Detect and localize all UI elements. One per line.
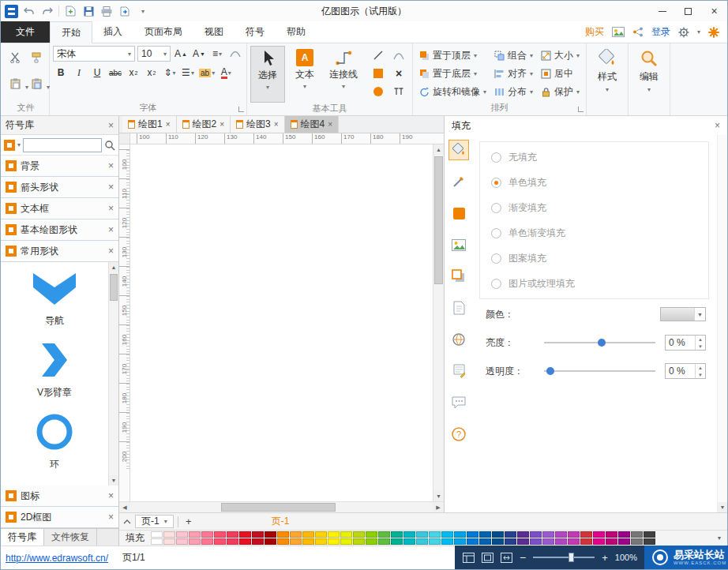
color-dropdown[interactable]: ▼ bbox=[660, 307, 706, 321]
fill-panel-scrollbar[interactable]: ▼ bbox=[717, 135, 727, 512]
close-section-icon[interactable]: × bbox=[108, 161, 114, 171]
doc-tab-3[interactable]: 绘图4× bbox=[285, 116, 340, 133]
color-swatch[interactable] bbox=[252, 538, 264, 545]
symbol-section-4[interactable]: 常用形状× bbox=[1, 241, 118, 262]
brightness-slider[interactable] bbox=[544, 342, 655, 343]
scroll-up-icon[interactable]: ▲ bbox=[433, 144, 444, 155]
radio-icon[interactable] bbox=[491, 279, 501, 289]
undo-icon[interactable] bbox=[22, 4, 36, 18]
comment-tool-icon[interactable] bbox=[448, 392, 469, 413]
color-swatch[interactable] bbox=[353, 531, 365, 538]
close-section-icon[interactable]: × bbox=[108, 246, 114, 256]
brightness-spinner[interactable]: 0 % ▲▼ bbox=[665, 335, 706, 351]
edit-dropdown-arrow-icon[interactable]: ▾ bbox=[647, 86, 651, 93]
scroll-down-icon[interactable]: ▼ bbox=[718, 502, 727, 512]
dialog-launcher-icon[interactable] bbox=[238, 107, 244, 112]
color-swatch[interactable] bbox=[378, 531, 390, 538]
color-swatch[interactable] bbox=[416, 531, 428, 538]
spin-up-icon[interactable]: ▲ bbox=[696, 364, 705, 371]
ribbon-tab-0[interactable]: 开始 bbox=[50, 21, 92, 43]
transparency-spinner[interactable]: 0 % ▲▼ bbox=[665, 363, 706, 379]
color-swatch[interactable] bbox=[454, 538, 466, 545]
print-icon[interactable] bbox=[99, 4, 114, 18]
panel-tab-1[interactable]: 文件恢复 bbox=[44, 529, 97, 546]
search-icon[interactable] bbox=[104, 140, 115, 151]
dropdown-arrow-icon[interactable]: ▾ bbox=[474, 52, 477, 59]
close-tab-icon[interactable]: × bbox=[166, 120, 171, 129]
color-swatch[interactable] bbox=[189, 538, 201, 545]
color-swatch[interactable] bbox=[606, 538, 617, 545]
help-icon[interactable]: ? bbox=[448, 424, 469, 444]
distribute-button[interactable]: 分布▾ bbox=[494, 83, 533, 101]
note-tool-icon[interactable] bbox=[448, 361, 469, 381]
symbol-section-1[interactable]: 箭头形状× bbox=[1, 177, 118, 198]
connector-tool-button[interactable]: 连接线 ▾ bbox=[325, 46, 362, 103]
scroll-left-icon[interactable]: ◀ bbox=[119, 502, 130, 512]
ribbon-tab-5[interactable]: 帮助 bbox=[276, 21, 317, 43]
library-menu-arrow-icon[interactable]: ▾ bbox=[17, 141, 21, 148]
color-swatch[interactable] bbox=[252, 531, 264, 538]
settings-dropdown-arrow-icon[interactable]: ▾ bbox=[697, 28, 700, 36]
color-swatch[interactable] bbox=[366, 538, 377, 545]
color-swatch[interactable] bbox=[302, 531, 314, 538]
hyperlink-tool-icon[interactable] bbox=[448, 329, 469, 350]
fill-option-4[interactable]: 图案填充 bbox=[480, 246, 708, 271]
color-swatch[interactable] bbox=[290, 531, 302, 538]
color-swatch[interactable] bbox=[176, 538, 188, 545]
color-swatch[interactable] bbox=[618, 538, 630, 545]
align-button[interactable]: 对齐▾ bbox=[494, 65, 533, 83]
color-swatch[interactable] bbox=[467, 531, 478, 538]
close-section-icon[interactable]: × bbox=[108, 491, 114, 501]
send-to-back-button[interactable]: 置于底层▾ bbox=[419, 65, 486, 83]
text-highlight-icon[interactable]: ab▾ bbox=[198, 65, 216, 81]
color-swatch[interactable] bbox=[505, 531, 516, 538]
size-button[interactable]: 大小▾ bbox=[541, 47, 580, 65]
close-tab-icon[interactable]: × bbox=[220, 120, 224, 129]
shadow-tool-icon[interactable] bbox=[448, 266, 469, 287]
dropdown-arrow-icon[interactable]: ▾ bbox=[530, 88, 533, 96]
color-swatch[interactable] bbox=[277, 531, 289, 538]
arc-tool-icon[interactable] bbox=[390, 47, 407, 64]
text-dropdown-arrow-icon[interactable]: ▾ bbox=[303, 83, 306, 90]
shape-item-navigation[interactable]: 导航 bbox=[30, 270, 79, 328]
line-style-tool-icon[interactable] bbox=[448, 171, 469, 192]
rotate-mirror-button[interactable]: 旋转和镜像▾ bbox=[419, 83, 486, 101]
color-swatch[interactable] bbox=[542, 531, 554, 538]
color-swatch[interactable] bbox=[176, 531, 188, 538]
font-family-arrow-icon[interactable]: ▾ bbox=[128, 51, 131, 58]
color-swatch[interactable] bbox=[542, 538, 554, 545]
color-swatch[interactable] bbox=[580, 538, 592, 545]
symbol-section-0[interactable]: 背景× bbox=[1, 156, 118, 177]
fit-window-icon[interactable] bbox=[501, 553, 512, 563]
file-menu-button[interactable]: 文件 bbox=[1, 21, 50, 43]
color-swatch[interactable] bbox=[568, 538, 580, 545]
color-swatch[interactable] bbox=[151, 538, 163, 545]
close-button[interactable]: × bbox=[701, 1, 727, 21]
color-swatch[interactable] bbox=[580, 531, 592, 538]
color-swatch[interactable] bbox=[239, 531, 251, 538]
ribbon-tab-3[interactable]: 视图 bbox=[193, 21, 235, 43]
doc-tab-2[interactable]: 绘图3× bbox=[231, 116, 285, 133]
page-setup-tool-icon[interactable] bbox=[448, 298, 469, 318]
symbol-search-input[interactable] bbox=[23, 138, 102, 152]
style-dropdown-arrow-icon[interactable]: ▾ bbox=[606, 86, 609, 93]
color-swatch[interactable] bbox=[290, 538, 302, 545]
doc-tab-0[interactable]: 绘图1× bbox=[122, 116, 177, 133]
center-button[interactable]: 居中 bbox=[541, 65, 580, 83]
group-button[interactable]: 组合▾ bbox=[494, 47, 533, 65]
doc-tab-1[interactable]: 绘图2× bbox=[177, 116, 231, 133]
panel-tab-0[interactable]: 符号库 bbox=[1, 529, 44, 546]
radio-icon[interactable] bbox=[491, 203, 501, 213]
font-size-arrow-icon[interactable]: ▾ bbox=[163, 51, 167, 58]
color-swatch[interactable] bbox=[328, 538, 340, 545]
new-document-icon[interactable] bbox=[63, 4, 77, 18]
color-swatch[interactable] bbox=[201, 531, 213, 538]
font-size-combo[interactable]: 10 ▾ bbox=[137, 46, 171, 62]
connector-dropdown-arrow-icon[interactable]: ▾ bbox=[342, 83, 345, 90]
color-swatch[interactable] bbox=[239, 538, 251, 545]
page-tab-arrow-icon[interactable]: ▾ bbox=[164, 518, 167, 525]
radio-icon[interactable] bbox=[491, 253, 501, 264]
shape-list-scrollbar[interactable]: ▲ ▼ bbox=[108, 262, 118, 486]
color-swatch[interactable] bbox=[378, 538, 390, 545]
color-swatch[interactable] bbox=[151, 531, 163, 538]
